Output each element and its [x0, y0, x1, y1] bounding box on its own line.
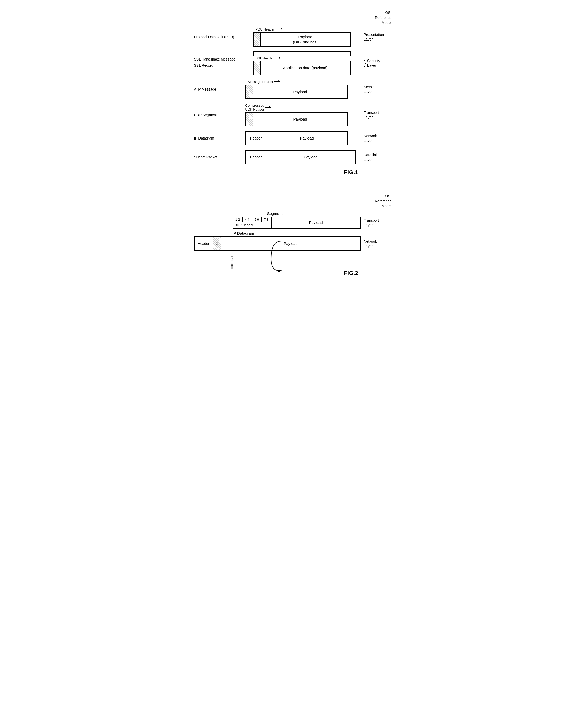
- transport-box: 1-2 4-4 5-6 7-8 UDP Header Payload: [233, 217, 361, 228]
- udp-field-7-8: 7-8: [261, 217, 271, 222]
- net-hatch-cell: 17: [213, 237, 221, 250]
- subnet-header-cell: Header: [246, 150, 267, 164]
- presentation-layer-label: PresentationLayer: [361, 32, 394, 42]
- ssl-app-data-cell: Application data (payload): [261, 61, 350, 75]
- ssl-hatch: [254, 61, 261, 75]
- net-header-cell: Header: [195, 237, 213, 250]
- ssl-labels: SSL Handshake Message SSL Record: [194, 51, 246, 68]
- ip-payload-cell: Payload: [267, 131, 348, 145]
- udp-label: UDP Segment: [194, 112, 246, 117]
- presentation-layer-row: Protocol Data Unit (PDU) PDU Header Payl…: [194, 27, 394, 47]
- subnet-payload-cell: Payload: [267, 150, 355, 164]
- atp-hatch: [246, 85, 253, 99]
- ssl-diagram: SSL Header Application data (payload): [246, 51, 361, 75]
- ssl-header-label: SSL Header: [256, 57, 274, 60]
- ip-header-cell: Header: [246, 131, 267, 145]
- figure-1-container: OSIReferenceModel Protocol Data Unit (PD…: [194, 5, 394, 188]
- udp-field-4-4: 4-4: [243, 217, 252, 222]
- protocol-label: Protocol: [230, 256, 234, 269]
- osi-reference-header-fig2: OSIReferenceModel: [375, 194, 392, 209]
- osi-reference-header-fig1: OSIReferenceModel: [375, 10, 392, 25]
- compressed-udp-label: CompressedUDP Header: [246, 104, 265, 111]
- datalink-layer-label: Data linkLayer: [361, 152, 394, 162]
- atp-label: ATP Message: [194, 87, 246, 91]
- network-layer-label-fig2: NetworkLayer: [361, 239, 394, 248]
- segment-label: Segment: [267, 211, 394, 216]
- security-layer-label: } SecurityLayer: [361, 59, 394, 68]
- transport-layer-label: TransportLayer: [361, 110, 394, 120]
- subnet-diagram: Header Payload: [246, 150, 361, 164]
- session-layer-row: ATP Message Message Header Payload: [194, 80, 394, 99]
- atp-payload-cell: Payload: [253, 85, 348, 99]
- pdu-header-arrow: [276, 29, 282, 29]
- pdu-payload-cell: Payload (DIB Bindings): [261, 33, 350, 46]
- udp-hatch: [246, 112, 253, 126]
- ip-datagram-label: IP Datagram: [194, 136, 246, 141]
- transport-layer-row: UDP Segment CompressedUDP Header Payload: [194, 104, 394, 126]
- udp-diagram: CompressedUDP Header Payload: [246, 104, 361, 126]
- ssl-record-label: SSL Record: [194, 63, 246, 68]
- net-payload-cell: Payload: [221, 237, 360, 250]
- ssl-handshake-label: SSL Handshake Message: [194, 57, 246, 62]
- curved-arrow-svg: [269, 239, 287, 272]
- ip-diagram: Header Payload: [246, 131, 361, 145]
- ip-datagram-label-fig2: IP Datagram: [233, 231, 394, 235]
- pdu-header-label: PDU Header: [256, 27, 275, 31]
- udp-field-1-2: 1-2: [233, 217, 243, 222]
- ssl-header-arrow: [275, 58, 280, 59]
- network-layer-label: NetworkLayer: [361, 133, 394, 143]
- udp-header-label: UDP Header: [233, 222, 271, 228]
- udp-field-5-6: 5-6: [252, 217, 261, 222]
- pdu-label: Protocol Data Unit (PDU): [194, 35, 246, 39]
- session-layer-label: SessionLayer: [361, 85, 394, 94]
- compressed-udp-arrow: [265, 107, 271, 108]
- figure-2-container: OSIReferenceModel Segment 1-2 4-4 5-6 7-…: [194, 188, 394, 282]
- subnet-packet-label: Subnet Packet: [194, 155, 246, 160]
- udp-header-block: 1-2 4-4 5-6 7-8 UDP Header: [233, 217, 272, 228]
- network-layer-row: IP Datagram Header Payload NetworkLayer: [194, 131, 394, 145]
- pdu-diagram: PDU Header Payload (DIB Bindings): [246, 27, 361, 47]
- fig1-title: FIG.1: [194, 169, 358, 176]
- udp-payload-cell: Payload: [253, 112, 348, 126]
- protocol-label-container: Protocol: [232, 252, 394, 265]
- security-layer-row: SSL Handshake Message SSL Record SSL Hea…: [194, 51, 394, 75]
- pdu-hatch: [254, 33, 261, 46]
- datalink-layer-row: Subnet Packet Header Payload Data linkLa…: [194, 150, 394, 164]
- transport-layer-label-fig2: TransportLayer: [361, 218, 394, 227]
- atp-diagram: Message Header Payload: [246, 80, 361, 99]
- message-header-arrow: [274, 81, 280, 82]
- message-header-label: Message Header: [248, 80, 273, 84]
- transport-payload: Payload: [272, 217, 360, 228]
